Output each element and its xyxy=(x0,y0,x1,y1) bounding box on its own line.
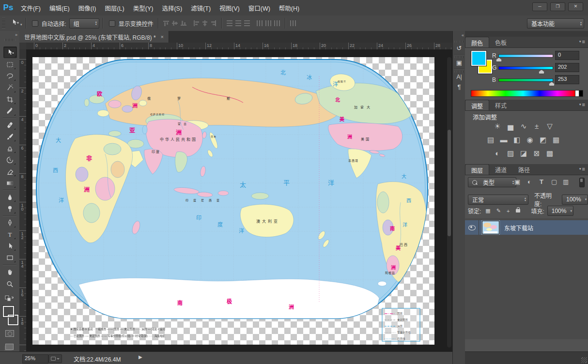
brightness-contrast-icon[interactable]: ☀ xyxy=(492,121,503,131)
filter-shape-layers-icon[interactable]: ▢ xyxy=(551,178,557,185)
layer-filtering-toggle[interactable] xyxy=(579,178,585,187)
curves-icon[interactable]: ∿ xyxy=(518,121,529,131)
selective-color-icon[interactable]: ⊠ xyxy=(531,149,542,158)
layer-name[interactable]: 东坡下载站 xyxy=(504,224,533,232)
tab-paths[interactable]: 路径 xyxy=(512,164,536,175)
eyedropper-tool[interactable] xyxy=(3,106,16,116)
blur-tool[interactable] xyxy=(3,192,16,202)
black-white-icon[interactable]: ◧ xyxy=(511,135,522,145)
zoom-level-field[interactable]: 25% xyxy=(22,354,48,364)
align-left-edges-icon[interactable] xyxy=(193,20,200,27)
document-canvas[interactable]: 北冰洋太平洋印度洋大西洋大西洋欧洲亚洲非洲北美洲南美洲南极洲俄罗斯中华人民共和国… xyxy=(32,57,434,345)
distribute-right-edges-icon[interactable] xyxy=(274,20,280,27)
history-panel-icon[interactable]: ↺ xyxy=(453,45,465,52)
layer-thumbnail[interactable] xyxy=(482,221,499,234)
maximize-button[interactable]: ❐ xyxy=(550,2,565,11)
color-foreground-swatch[interactable] xyxy=(471,51,486,66)
align-top-edges-icon[interactable] xyxy=(163,20,170,27)
menu-edit[interactable]: 编辑(E) xyxy=(45,3,74,13)
strip-grip[interactable] xyxy=(455,41,464,43)
type-tool[interactable]: T xyxy=(3,229,16,240)
strip-grip[interactable] xyxy=(455,71,464,73)
distribute-vertical-centers-icon[interactable] xyxy=(235,20,242,27)
menu-filter[interactable]: 滤镜(T) xyxy=(186,3,215,13)
zoom-tool[interactable] xyxy=(3,279,16,289)
filter-adjustment-layers-icon[interactable]: ◐ xyxy=(527,178,531,185)
auto-select-dropdown[interactable]: 组 ▴▾ xyxy=(69,18,99,29)
tab-layers[interactable]: 图层 xyxy=(465,164,489,175)
tool-preset-arrow-icon[interactable]: ▾ xyxy=(20,23,22,27)
channel-r-knob[interactable] xyxy=(496,58,502,62)
show-transform-checkbox[interactable] xyxy=(109,20,115,27)
align-bottom-edges-icon[interactable] xyxy=(180,20,187,27)
distribute-horizontal-centers-icon[interactable] xyxy=(265,20,272,27)
channel-b-knob[interactable] xyxy=(549,82,555,86)
workspace-switcher[interactable]: 基本功能 ▴▾ xyxy=(527,18,584,29)
tab-styles[interactable]: 样式 xyxy=(489,100,512,110)
spot-healing-brush-tool[interactable] xyxy=(3,120,16,130)
panel-menu-icon[interactable]: ≡ xyxy=(579,102,585,107)
expand-panels-icon[interactable]: « xyxy=(462,33,464,38)
menu-select[interactable]: 选择(S) xyxy=(157,3,186,13)
screen-mode-button[interactable] xyxy=(5,344,14,350)
channel-b-value[interactable]: 253 xyxy=(555,75,579,84)
window-resize-grip[interactable] xyxy=(581,357,587,363)
invert-icon[interactable]: ◐ xyxy=(492,149,503,158)
dodge-tool[interactable] xyxy=(3,203,16,214)
channel-g-value[interactable]: 202 xyxy=(555,63,579,72)
panel-menu-icon[interactable]: ≡ xyxy=(579,39,585,45)
distribute-top-edges-icon[interactable] xyxy=(226,20,233,27)
magic-wand-tool[interactable] xyxy=(3,82,16,93)
tab-adjustments[interactable]: 调整 xyxy=(465,100,489,110)
panel-menu-icon[interactable]: ≡ xyxy=(579,166,585,172)
lasso-tool[interactable] xyxy=(3,71,16,81)
filter-smart-objects-icon[interactable]: ▥ xyxy=(563,178,569,185)
vertical-scrollbar[interactable] xyxy=(447,57,451,348)
spectrum-black-swatch[interactable] xyxy=(579,90,583,97)
channel-r-slider[interactable] xyxy=(498,54,553,58)
fill-dropdown[interactable]: 100% ▾ xyxy=(547,206,573,216)
scrollbar-thumb[interactable] xyxy=(448,130,451,236)
color-spectrum-ramp[interactable] xyxy=(471,90,575,97)
pen-tool[interactable] xyxy=(3,217,16,228)
menu-image[interactable]: 图像(I) xyxy=(74,3,101,13)
auto-select-checkbox[interactable] xyxy=(32,20,38,27)
tab-swatches[interactable]: 色板 xyxy=(489,37,512,47)
lock-position-icon[interactable]: + xyxy=(507,208,510,214)
menu-window[interactable]: 窗口(W) xyxy=(244,3,275,13)
filter-pixel-layers-icon[interactable]: ▣ xyxy=(514,178,520,185)
hand-tool[interactable] xyxy=(3,267,16,277)
layer-row[interactable]: 东坡下载站 xyxy=(465,220,588,235)
brush-tool[interactable] xyxy=(3,131,16,142)
blend-mode-dropdown[interactable]: 正常 ▴▾ xyxy=(468,195,528,205)
rectangle-tool[interactable] xyxy=(3,252,16,263)
channel-g-slider[interactable] xyxy=(498,66,553,70)
tab-color[interactable]: 颜色 xyxy=(465,37,489,47)
menu-layer[interactable]: 图层(L) xyxy=(100,3,128,13)
align-horizontal-centers-icon[interactable] xyxy=(201,20,208,27)
collapse-toolbar-icon[interactable]: » xyxy=(15,32,17,37)
tab-close-icon[interactable]: × xyxy=(161,34,164,40)
clone-stamp-tool[interactable] xyxy=(3,143,16,153)
menu-view[interactable]: 视图(V) xyxy=(215,3,244,13)
channel-r-value[interactable]: 0 xyxy=(555,51,579,60)
options-grip[interactable] xyxy=(2,18,5,29)
opacity-dropdown[interactable]: 100% ▾ xyxy=(562,195,588,205)
paragraph-panel-icon[interactable]: ¶ xyxy=(453,83,465,91)
gradient-map-icon[interactable]: ▩ xyxy=(544,149,555,158)
auto-align-layers-icon[interactable] xyxy=(290,20,296,27)
posterize-icon[interactable]: ▨ xyxy=(505,149,516,158)
minimize-button[interactable]: ─ xyxy=(532,2,547,11)
color-lookup-icon[interactable]: ▦ xyxy=(551,135,561,145)
exposure-icon[interactable]: ± xyxy=(531,121,542,131)
ruler-origin-corner[interactable] xyxy=(19,43,27,50)
rectangular-marquee-tool[interactable] xyxy=(3,59,16,70)
close-button[interactable]: ✕ xyxy=(568,2,583,11)
tab-channels[interactable]: 通道 xyxy=(489,164,512,175)
channel-g-knob[interactable] xyxy=(539,70,544,74)
strip-grip[interactable] xyxy=(455,56,464,58)
filter-type-dropdown[interactable]: 类型 ▴▾ xyxy=(468,177,516,187)
lock-image-pixels-icon[interactable]: ✎ xyxy=(496,208,501,214)
crop-tool[interactable] xyxy=(3,94,16,105)
levels-icon[interactable]: ▅ xyxy=(505,121,516,131)
